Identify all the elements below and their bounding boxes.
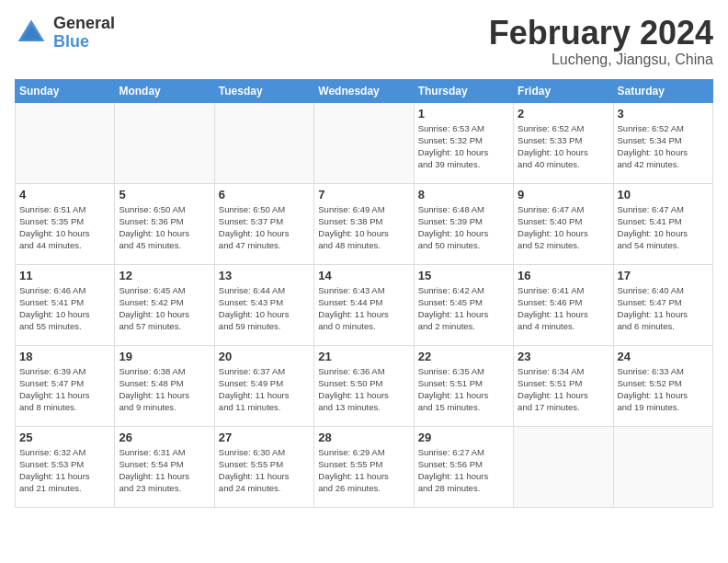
day-info: Sunrise: 6:40 AM Sunset: 5:47 PM Dayligh… bbox=[618, 284, 709, 333]
page-header: General Blue February 2024 Lucheng, Jian… bbox=[15, 15, 713, 68]
calendar-cell: 20Sunrise: 6:37 AM Sunset: 5:49 PM Dayli… bbox=[214, 345, 313, 426]
day-info: Sunrise: 6:35 AM Sunset: 5:51 PM Dayligh… bbox=[418, 365, 509, 414]
calendar-cell: 10Sunrise: 6:47 AM Sunset: 5:41 PM Dayli… bbox=[613, 183, 712, 264]
day-number: 2 bbox=[518, 107, 609, 121]
day-info: Sunrise: 6:52 AM Sunset: 5:34 PM Dayligh… bbox=[618, 122, 709, 171]
calendar-cell: 5Sunrise: 6:50 AM Sunset: 5:36 PM Daylig… bbox=[115, 183, 214, 264]
day-number: 1 bbox=[418, 107, 509, 121]
calendar-cell: 12Sunrise: 6:45 AM Sunset: 5:42 PM Dayli… bbox=[115, 264, 214, 345]
week-row-2: 4Sunrise: 6:51 AM Sunset: 5:35 PM Daylig… bbox=[16, 183, 713, 264]
calendar-cell: 19Sunrise: 6:38 AM Sunset: 5:48 PM Dayli… bbox=[115, 345, 214, 426]
calendar-cell bbox=[514, 426, 613, 507]
weekday-header-friday: Friday bbox=[514, 79, 613, 102]
day-info: Sunrise: 6:29 AM Sunset: 5:55 PM Dayligh… bbox=[318, 446, 409, 495]
day-info: Sunrise: 6:43 AM Sunset: 5:44 PM Dayligh… bbox=[318, 284, 409, 333]
weekday-header-sunday: Sunday bbox=[16, 79, 115, 102]
weekday-header-wednesday: Wednesday bbox=[314, 79, 414, 102]
logo-blue-text: Blue bbox=[53, 33, 115, 52]
day-number: 13 bbox=[219, 269, 310, 282]
day-info: Sunrise: 6:48 AM Sunset: 5:39 PM Dayligh… bbox=[418, 203, 509, 252]
week-row-5: 25Sunrise: 6:32 AM Sunset: 5:53 PM Dayli… bbox=[16, 426, 713, 507]
day-info: Sunrise: 6:50 AM Sunset: 5:37 PM Dayligh… bbox=[219, 203, 310, 252]
day-info: Sunrise: 6:51 AM Sunset: 5:35 PM Dayligh… bbox=[19, 203, 110, 252]
day-info: Sunrise: 6:42 AM Sunset: 5:45 PM Dayligh… bbox=[418, 284, 509, 333]
day-number: 10 bbox=[618, 188, 709, 201]
weekday-header-row: SundayMondayTuesdayWednesdayThursdayFrid… bbox=[16, 79, 713, 102]
calendar-cell: 25Sunrise: 6:32 AM Sunset: 5:53 PM Dayli… bbox=[16, 426, 115, 507]
day-info: Sunrise: 6:41 AM Sunset: 5:46 PM Dayligh… bbox=[518, 284, 609, 333]
day-info: Sunrise: 6:30 AM Sunset: 5:55 PM Dayligh… bbox=[219, 446, 310, 495]
day-number: 12 bbox=[119, 269, 210, 282]
calendar-cell: 9Sunrise: 6:47 AM Sunset: 5:40 PM Daylig… bbox=[514, 183, 613, 264]
day-number: 11 bbox=[19, 269, 110, 282]
day-number: 24 bbox=[618, 350, 709, 363]
calendar-cell bbox=[115, 102, 214, 183]
title-block: February 2024 Lucheng, Jiangsu, China bbox=[489, 15, 713, 68]
calendar-cell: 27Sunrise: 6:30 AM Sunset: 5:55 PM Dayli… bbox=[214, 426, 313, 507]
calendar-cell: 2Sunrise: 6:52 AM Sunset: 5:33 PM Daylig… bbox=[514, 102, 613, 183]
day-number: 16 bbox=[518, 269, 609, 282]
calendar-cell: 23Sunrise: 6:34 AM Sunset: 5:51 PM Dayli… bbox=[514, 345, 613, 426]
calendar-cell: 21Sunrise: 6:36 AM Sunset: 5:50 PM Dayli… bbox=[314, 345, 414, 426]
day-info: Sunrise: 6:33 AM Sunset: 5:52 PM Dayligh… bbox=[618, 365, 709, 414]
day-info: Sunrise: 6:37 AM Sunset: 5:49 PM Dayligh… bbox=[219, 365, 310, 414]
calendar-cell bbox=[613, 426, 712, 507]
day-number: 28 bbox=[318, 431, 409, 444]
calendar-cell: 14Sunrise: 6:43 AM Sunset: 5:44 PM Dayli… bbox=[314, 264, 414, 345]
day-number: 19 bbox=[119, 350, 210, 363]
calendar-cell: 29Sunrise: 6:27 AM Sunset: 5:56 PM Dayli… bbox=[414, 426, 513, 507]
month-title: February 2024 bbox=[489, 15, 713, 52]
day-info: Sunrise: 6:46 AM Sunset: 5:41 PM Dayligh… bbox=[19, 284, 110, 333]
weekday-header-monday: Monday bbox=[115, 79, 214, 102]
day-info: Sunrise: 6:47 AM Sunset: 5:41 PM Dayligh… bbox=[618, 203, 709, 252]
week-row-1: 1Sunrise: 6:53 AM Sunset: 5:32 PM Daylig… bbox=[16, 102, 713, 183]
day-number: 27 bbox=[219, 431, 310, 444]
day-number: 21 bbox=[318, 350, 409, 363]
day-number: 7 bbox=[318, 188, 409, 201]
weekday-header-thursday: Thursday bbox=[414, 79, 513, 102]
day-info: Sunrise: 6:45 AM Sunset: 5:42 PM Dayligh… bbox=[119, 284, 210, 333]
day-number: 5 bbox=[119, 188, 210, 201]
week-row-3: 11Sunrise: 6:46 AM Sunset: 5:41 PM Dayli… bbox=[16, 264, 713, 345]
calendar-cell: 8Sunrise: 6:48 AM Sunset: 5:39 PM Daylig… bbox=[414, 183, 513, 264]
day-number: 6 bbox=[219, 188, 310, 201]
calendar-cell: 16Sunrise: 6:41 AM Sunset: 5:46 PM Dayli… bbox=[514, 264, 613, 345]
day-number: 8 bbox=[418, 188, 509, 201]
day-info: Sunrise: 6:47 AM Sunset: 5:40 PM Dayligh… bbox=[518, 203, 609, 252]
day-number: 20 bbox=[219, 350, 310, 363]
day-number: 14 bbox=[318, 269, 409, 282]
day-info: Sunrise: 6:50 AM Sunset: 5:36 PM Dayligh… bbox=[119, 203, 210, 252]
calendar-cell: 13Sunrise: 6:44 AM Sunset: 5:43 PM Dayli… bbox=[214, 264, 313, 345]
day-info: Sunrise: 6:27 AM Sunset: 5:56 PM Dayligh… bbox=[418, 446, 509, 495]
day-info: Sunrise: 6:36 AM Sunset: 5:50 PM Dayligh… bbox=[318, 365, 409, 414]
day-info: Sunrise: 6:39 AM Sunset: 5:47 PM Dayligh… bbox=[19, 365, 110, 414]
day-info: Sunrise: 6:49 AM Sunset: 5:38 PM Dayligh… bbox=[318, 203, 409, 252]
day-number: 17 bbox=[618, 269, 709, 282]
day-number: 9 bbox=[518, 188, 609, 201]
day-number: 22 bbox=[418, 350, 509, 363]
calendar-cell: 26Sunrise: 6:31 AM Sunset: 5:54 PM Dayli… bbox=[115, 426, 214, 507]
day-number: 26 bbox=[119, 431, 210, 444]
day-info: Sunrise: 6:52 AM Sunset: 5:33 PM Dayligh… bbox=[518, 122, 609, 171]
calendar-cell: 3Sunrise: 6:52 AM Sunset: 5:34 PM Daylig… bbox=[613, 102, 712, 183]
logo-icon bbox=[15, 17, 48, 50]
calendar-cell: 28Sunrise: 6:29 AM Sunset: 5:55 PM Dayli… bbox=[314, 426, 414, 507]
calendar-table: SundayMondayTuesdayWednesdayThursdayFrid… bbox=[15, 79, 713, 508]
calendar-cell: 6Sunrise: 6:50 AM Sunset: 5:37 PM Daylig… bbox=[214, 183, 313, 264]
calendar-cell: 4Sunrise: 6:51 AM Sunset: 5:35 PM Daylig… bbox=[16, 183, 115, 264]
day-number: 3 bbox=[618, 107, 709, 121]
weekday-header-tuesday: Tuesday bbox=[214, 79, 313, 102]
week-row-4: 18Sunrise: 6:39 AM Sunset: 5:47 PM Dayli… bbox=[16, 345, 713, 426]
day-info: Sunrise: 6:53 AM Sunset: 5:32 PM Dayligh… bbox=[418, 122, 509, 171]
calendar-cell bbox=[214, 102, 313, 183]
calendar-cell bbox=[16, 102, 115, 183]
calendar-cell: 11Sunrise: 6:46 AM Sunset: 5:41 PM Dayli… bbox=[16, 264, 115, 345]
weekday-header-saturday: Saturday bbox=[613, 79, 712, 102]
day-number: 18 bbox=[19, 350, 110, 363]
day-number: 29 bbox=[418, 431, 509, 444]
calendar-cell: 22Sunrise: 6:35 AM Sunset: 5:51 PM Dayli… bbox=[414, 345, 513, 426]
day-info: Sunrise: 6:34 AM Sunset: 5:51 PM Dayligh… bbox=[518, 365, 609, 414]
calendar-cell bbox=[314, 102, 414, 183]
day-info: Sunrise: 6:44 AM Sunset: 5:43 PM Dayligh… bbox=[219, 284, 310, 333]
day-info: Sunrise: 6:38 AM Sunset: 5:48 PM Dayligh… bbox=[119, 365, 210, 414]
